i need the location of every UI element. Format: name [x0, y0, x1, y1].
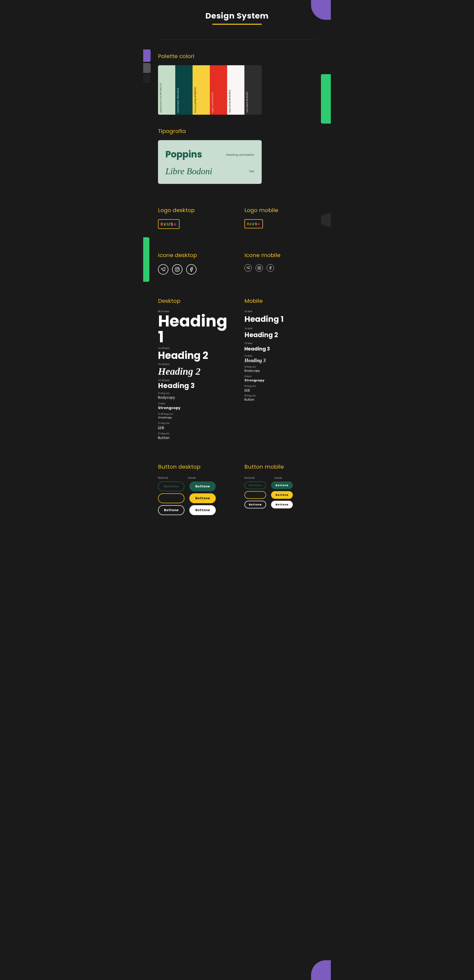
logo-section: Logo desktop RεUSe Logo mobile RεUSe: [158, 194, 316, 229]
link-meta: 21 Regular: [158, 422, 230, 425]
m-link-meta: 18 Regular: [244, 385, 316, 388]
telegram-icon-mobile[interactable]: [244, 264, 252, 272]
smallcopy-meta: 12.98 Regular: [158, 412, 230, 416]
facebook-icon-desktop[interactable]: [186, 264, 197, 275]
logo-mobile: RεUSe: [244, 219, 263, 228]
btn-mobile-labels: Normal Hover: [244, 476, 316, 480]
bodycopy-meta: 21 Regular: [158, 392, 230, 395]
m-strongcopy-meta: 18 Bold: [244, 375, 316, 378]
logo-mobile-text: RεUSe: [247, 221, 260, 226]
logo-desktop-title: Logo desktop: [158, 206, 230, 214]
m-bodycopy: Bodycopy: [244, 369, 316, 373]
m-button-meta: 18 Regular: [244, 394, 316, 398]
m-strongcopy: Strongcopy: [244, 378, 316, 383]
button-text-desktop: Button: [158, 435, 230, 441]
swatch-label-sunny-yellow: Sunny yellow #F8D03C: [194, 86, 197, 113]
facebook-icon-mobile[interactable]: [266, 264, 274, 272]
icons-mobile-col: Icone mobile: [244, 239, 316, 275]
btn-desktop-normal-label: Normal: [158, 476, 168, 480]
btn-mobile-hover-label: Hover: [274, 476, 282, 480]
typography-section: Tipografia Poppins Heading and button Li…: [158, 127, 316, 184]
corner-green-left-decoration: [143, 237, 149, 282]
typo-mobile-col: Mobile 42 Bold Heading 1 34 Bold Heading…: [244, 285, 316, 441]
header: Design System: [158, 0, 316, 32]
logo-desktop-col: Logo desktop RεUSe: [158, 194, 230, 229]
swatch-label-text-black: Text Black #2E2E2E: [246, 92, 249, 113]
typo-demo-section: Desktop 88.95 Bold Heading 1 54.98 Bold …: [158, 285, 316, 441]
icons-section: Icone desktop: [158, 239, 316, 275]
poppins-name: Poppins: [165, 148, 202, 161]
m-heading3b-meta: 26 Bold: [244, 355, 316, 358]
svg-point-4: [258, 267, 260, 269]
logo-mobile-title: Logo mobile: [244, 206, 316, 214]
m-heading3-meta: 26 Bold: [244, 342, 316, 345]
icons-mobile-title: Icone mobile: [244, 251, 316, 259]
btn-desktop-white-hover[interactable]: Bottone: [189, 505, 216, 515]
m-heading2: Heading 2: [244, 330, 316, 340]
telegram-icon-desktop[interactable]: [158, 264, 168, 275]
swatch-label-acquanaurina: Acquanaurina #C4DCC6: [160, 83, 162, 113]
instagram-icon-desktop[interactable]: [172, 264, 182, 275]
corner-green-right-decoration: [321, 74, 331, 124]
logo-desktop-text: RεUSe: [160, 221, 177, 227]
sidebar-gray-decoration: [143, 63, 151, 73]
heading2-bodoni-desktop: Heading 2: [158, 366, 230, 377]
buttons-section: Button desktop Normal Hover Bottone Bott…: [158, 450, 316, 515]
page-title: Design System: [158, 10, 316, 22]
btn-desktop-teal-hover[interactable]: Bottone: [189, 482, 216, 492]
bodycopy-desktop: Bodycopy: [158, 395, 230, 400]
m-heading1: Heading 1: [244, 313, 316, 325]
m-link: Link: [244, 388, 316, 392]
heading2-poppins-desktop: Heading 2: [158, 350, 230, 361]
btn-mobile-teal-normal[interactable]: Bottone: [244, 482, 266, 489]
swatch-text-white: Text white #F9F5F4: [227, 65, 244, 115]
swatch-label-hard-green: Hard Green #0A4643: [177, 88, 179, 113]
typography-box: Poppins Heading and button Libre Bodoni …: [158, 140, 262, 184]
swatch-acquanaurina: Acquanaurina #C4DCC6: [158, 65, 175, 115]
typo-desktop-title: Desktop: [158, 297, 230, 305]
btn-desktop-teal-normal[interactable]: Bottone: [158, 482, 184, 492]
logo-desktop: RεUSe: [158, 219, 179, 229]
buttons-mobile-title: Button mobile: [244, 463, 316, 471]
heading1-desktop: Heading 1: [158, 313, 230, 345]
top-divider: [158, 40, 316, 40]
instagram-icon-mobile[interactable]: [255, 264, 263, 272]
heading3-desktop: Heading 3: [158, 382, 230, 390]
m-heading2-meta: 34 Bold: [244, 327, 316, 330]
btn-mobile-teal-hover[interactable]: Bottone: [271, 482, 293, 489]
corner-purple-bottom-decoration: [311, 960, 331, 980]
btn-mobile-yellow-normal[interactable]: Bottone: [244, 491, 266, 499]
typo-desktop-col: Desktop 88.95 Bold Heading 1 54.98 Bold …: [158, 285, 230, 441]
palette-container: Acquanaurina #C4DCC6 Hard Green #0A4643 …: [158, 65, 262, 115]
palette-section: Palette colori Acquanaurina #C4DCC6 Hard…: [158, 52, 316, 115]
swatch-text-black: Text Black #2E2E2E: [244, 65, 262, 115]
button-text-meta: 21 Regular: [158, 432, 230, 435]
bodoni-name: Libre Bodoni: [165, 166, 212, 177]
btn-mobile-white-normal[interactable]: Bottone: [244, 501, 266, 508]
palette-section-title: Palette colori: [158, 52, 316, 60]
sidebar-purple-decoration: [143, 49, 151, 62]
swatch-label-text-white: Text white #F9F5F4: [228, 90, 231, 113]
btn-desktop-yellow-hover[interactable]: Bottone: [189, 493, 216, 503]
swatch-hard-green: Hard Green #0A4643: [175, 65, 193, 115]
bodoni-label: Text: [249, 169, 254, 173]
btn-mobile-normal-label: Normal: [244, 476, 255, 480]
btn-mobile-yellow-hover[interactable]: Bottone: [271, 491, 293, 499]
m-heading3b: Heading 3: [244, 358, 316, 363]
m-heading3: Heading 3: [244, 345, 316, 352]
sidebar-dark-decoration: [143, 74, 151, 83]
buttons-desktop-col: Button desktop Normal Hover Bottone Bott…: [158, 450, 230, 515]
typography-section-title: Tipografia: [158, 127, 316, 135]
btn-mobile-white-hover[interactable]: Bottone: [271, 501, 293, 508]
typo-mobile-title: Mobile: [244, 297, 316, 305]
swatch-light-red: Light red #E32E20: [210, 65, 227, 115]
icons-mobile-row: [244, 264, 316, 272]
m-button: Button: [244, 398, 316, 402]
btn-desktop-white-normal[interactable]: Bottone: [158, 505, 184, 515]
strongcopy-meta: 21 Bold: [158, 402, 230, 405]
swatch-sunny-yellow: Sunny yellow #F8D03C: [193, 65, 210, 115]
header-underline: [212, 24, 262, 25]
logo-mobile-col: Logo mobile RεUSe: [244, 194, 316, 229]
btn-desktop-yellow-normal[interactable]: Bottone: [158, 493, 184, 503]
strongcopy-desktop: Strongcopy: [158, 405, 230, 410]
